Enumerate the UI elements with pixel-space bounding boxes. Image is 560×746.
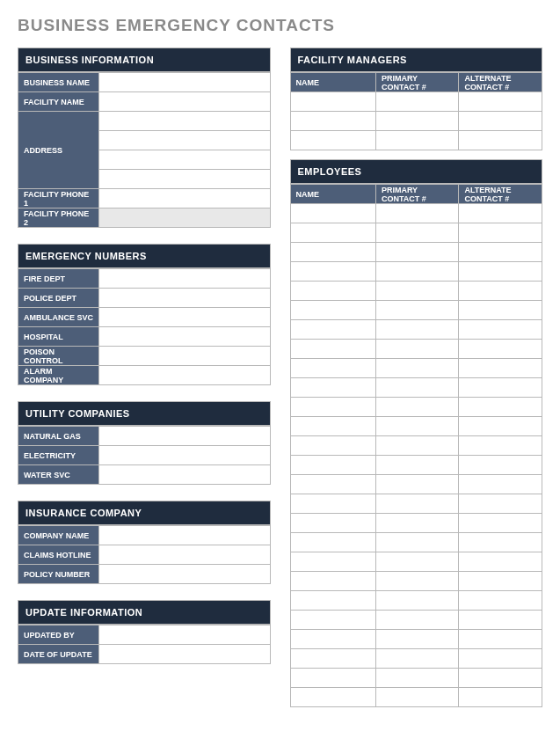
address-value-2[interactable] (99, 131, 271, 150)
employee-cell[interactable] (290, 649, 375, 669)
update-value[interactable] (99, 625, 271, 645)
utility-value[interactable] (99, 427, 271, 446)
employee-cell[interactable] (290, 591, 375, 611)
emergency-value[interactable] (99, 269, 271, 289)
employee-cell[interactable] (459, 378, 542, 398)
employee-cell[interactable] (375, 514, 459, 533)
employee-cell[interactable] (375, 611, 459, 630)
employee-cell[interactable] (290, 688, 375, 707)
employee-cell[interactable] (375, 262, 459, 282)
employee-cell[interactable] (375, 282, 459, 301)
employee-cell[interactable] (375, 204, 459, 223)
employee-cell[interactable] (459, 552, 542, 572)
employee-cell[interactable] (290, 398, 375, 417)
address-value-3[interactable] (99, 150, 271, 170)
phone1-value[interactable] (99, 189, 271, 208)
employee-cell[interactable] (290, 417, 375, 436)
employee-cell[interactable] (290, 340, 375, 359)
employee-cell[interactable] (375, 494, 459, 514)
employee-cell[interactable] (290, 475, 375, 494)
emergency-value[interactable] (99, 289, 271, 308)
employee-cell[interactable] (375, 436, 459, 456)
employee-cell[interactable] (290, 456, 375, 475)
employee-cell[interactable] (459, 533, 542, 552)
employee-cell[interactable] (290, 552, 375, 572)
employee-cell[interactable] (290, 301, 375, 320)
address-value-4[interactable] (99, 170, 271, 189)
facility-name-value[interactable] (99, 92, 271, 112)
employee-cell[interactable] (290, 320, 375, 340)
employee-cell[interactable] (375, 669, 459, 688)
employee-cell[interactable] (375, 398, 459, 417)
employee-cell[interactable] (290, 204, 375, 223)
manager-cell[interactable] (375, 92, 459, 112)
employee-cell[interactable] (459, 398, 542, 417)
manager-cell[interactable] (459, 112, 542, 131)
employee-cell[interactable] (459, 320, 542, 340)
emergency-value[interactable] (99, 366, 271, 385)
employee-cell[interactable] (375, 552, 459, 572)
employee-cell[interactable] (290, 243, 375, 262)
employee-cell[interactable] (459, 243, 542, 262)
employee-cell[interactable] (290, 514, 375, 533)
employee-cell[interactable] (459, 456, 542, 475)
employee-cell[interactable] (459, 514, 542, 533)
employee-cell[interactable] (375, 591, 459, 611)
employee-cell[interactable] (375, 417, 459, 436)
employee-cell[interactable] (290, 494, 375, 514)
employee-cell[interactable] (290, 533, 375, 552)
manager-cell[interactable] (459, 92, 542, 112)
employee-cell[interactable] (459, 611, 542, 630)
manager-cell[interactable] (290, 131, 375, 150)
employee-cell[interactable] (459, 494, 542, 514)
employee-cell[interactable] (290, 611, 375, 630)
employee-cell[interactable] (459, 436, 542, 456)
employee-cell[interactable] (290, 436, 375, 456)
employee-cell[interactable] (290, 359, 375, 378)
employee-cell[interactable] (290, 572, 375, 591)
phone2-value[interactable] (99, 208, 271, 228)
employee-cell[interactable] (459, 417, 542, 436)
employee-cell[interactable] (459, 204, 542, 223)
employee-cell[interactable] (459, 301, 542, 320)
manager-cell[interactable] (290, 92, 375, 112)
employee-cell[interactable] (375, 243, 459, 262)
employee-cell[interactable] (375, 320, 459, 340)
insurance-value[interactable] (99, 526, 271, 545)
employee-cell[interactable] (459, 282, 542, 301)
insurance-value[interactable] (99, 565, 271, 584)
emergency-value[interactable] (99, 327, 271, 347)
business-name-value[interactable] (99, 73, 271, 92)
employee-cell[interactable] (375, 340, 459, 359)
utility-value[interactable] (99, 446, 271, 465)
employee-cell[interactable] (459, 262, 542, 282)
manager-cell[interactable] (375, 112, 459, 131)
update-value[interactable] (99, 645, 271, 664)
employee-cell[interactable] (459, 475, 542, 494)
employee-cell[interactable] (459, 688, 542, 707)
employee-cell[interactable] (375, 649, 459, 669)
manager-cell[interactable] (459, 131, 542, 150)
utility-value[interactable] (99, 465, 271, 485)
employee-cell[interactable] (290, 669, 375, 688)
insurance-value[interactable] (99, 545, 271, 565)
emergency-value[interactable] (99, 308, 271, 327)
employee-cell[interactable] (375, 475, 459, 494)
employee-cell[interactable] (375, 533, 459, 552)
emergency-value[interactable] (99, 347, 271, 366)
employee-cell[interactable] (459, 223, 542, 243)
employee-cell[interactable] (375, 630, 459, 649)
employee-cell[interactable] (459, 340, 542, 359)
employee-cell[interactable] (375, 456, 459, 475)
employee-cell[interactable] (290, 223, 375, 243)
employee-cell[interactable] (459, 649, 542, 669)
employee-cell[interactable] (375, 301, 459, 320)
employee-cell[interactable] (459, 630, 542, 649)
employee-cell[interactable] (375, 378, 459, 398)
manager-cell[interactable] (290, 112, 375, 131)
employee-cell[interactable] (290, 378, 375, 398)
employee-cell[interactable] (375, 572, 459, 591)
employee-cell[interactable] (375, 688, 459, 707)
address-value-1[interactable] (99, 112, 271, 131)
employee-cell[interactable] (459, 591, 542, 611)
